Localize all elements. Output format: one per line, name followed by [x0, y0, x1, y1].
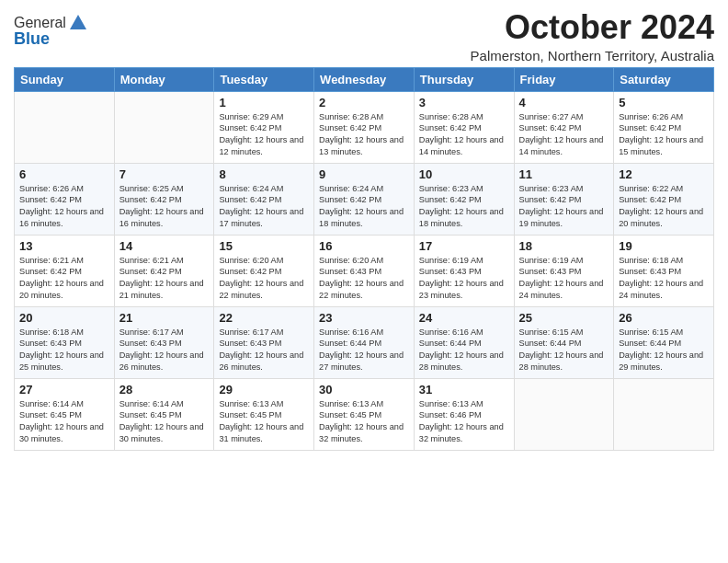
- sunrise-text: Sunrise: 6:24 AM: [319, 184, 383, 193]
- daylight-text: Daylight: 12 hours and 16 minutes.: [19, 207, 104, 228]
- sunrise-text: Sunrise: 6:15 AM: [619, 327, 683, 337]
- table-row: 15 Sunrise: 6:20 AM Sunset: 6:42 PM Dayl…: [214, 235, 314, 306]
- sunrise-text: Sunrise: 6:18 AM: [19, 327, 84, 337]
- sunset-text: Sunset: 6:42 PM: [219, 123, 281, 132]
- daylight-text: Daylight: 12 hours and 29 minutes.: [619, 350, 703, 372]
- sunset-text: Sunset: 6:42 PM: [219, 267, 281, 276]
- day-number: 26: [619, 311, 709, 325]
- day-number: 23: [319, 311, 409, 325]
- day-number: 29: [219, 383, 309, 396]
- day-number: 6: [19, 167, 109, 181]
- day-number: 22: [219, 311, 309, 325]
- daylight-text: Daylight: 12 hours and 22 minutes.: [319, 279, 404, 300]
- day-info: Sunrise: 6:25 AM Sunset: 6:42 PM Dayligh…: [119, 183, 210, 231]
- sunrise-text: Sunrise: 6:14 AM: [119, 399, 184, 408]
- sunset-text: Sunset: 6:42 PM: [19, 267, 82, 276]
- sunset-text: Sunset: 6:43 PM: [119, 339, 182, 348]
- table-row: 1 Sunrise: 6:29 AM Sunset: 6:42 PM Dayli…: [214, 91, 314, 163]
- day-info: Sunrise: 6:17 AM Sunset: 6:43 PM Dayligh…: [119, 327, 210, 374]
- sunrise-text: Sunrise: 6:26 AM: [19, 184, 84, 193]
- header-thursday: Thursday: [414, 67, 514, 91]
- day-info: Sunrise: 6:15 AM Sunset: 6:44 PM Dayligh…: [519, 327, 609, 374]
- day-number: 17: [419, 239, 509, 253]
- sunset-text: Sunset: 6:42 PM: [319, 195, 381, 204]
- svg-marker-0: [70, 15, 86, 29]
- sunrise-text: Sunrise: 6:21 AM: [19, 256, 84, 265]
- table-row: 8 Sunrise: 6:24 AM Sunset: 6:42 PM Dayli…: [214, 163, 314, 235]
- logo-icon: [68, 13, 88, 33]
- daylight-text: Daylight: 12 hours and 30 minutes.: [119, 422, 204, 443]
- day-number: 2: [319, 96, 409, 109]
- sunrise-text: Sunrise: 6:13 AM: [219, 399, 283, 408]
- day-info: Sunrise: 6:29 AM Sunset: 6:42 PM Dayligh…: [219, 111, 309, 159]
- daylight-text: Daylight: 12 hours and 19 minutes.: [519, 207, 604, 228]
- table-row: 18 Sunrise: 6:19 AM Sunset: 6:43 PM Dayl…: [514, 235, 614, 306]
- daylight-text: Daylight: 12 hours and 30 minutes.: [19, 422, 104, 443]
- day-info: Sunrise: 6:24 AM Sunset: 6:42 PM Dayligh…: [319, 183, 409, 231]
- table-row: 22 Sunrise: 6:17 AM Sunset: 6:43 PM Dayl…: [214, 306, 314, 378]
- day-number: 28: [119, 383, 210, 396]
- table-row: 23 Sunrise: 6:16 AM Sunset: 6:44 PM Dayl…: [314, 306, 415, 378]
- day-number: 3: [419, 96, 509, 109]
- day-number: 16: [319, 239, 409, 253]
- table-row: 19 Sunrise: 6:18 AM Sunset: 6:43 PM Dayl…: [614, 235, 714, 306]
- sunset-text: Sunset: 6:44 PM: [319, 339, 381, 348]
- day-number: 11: [519, 167, 609, 181]
- sunset-text: Sunset: 6:42 PM: [519, 123, 582, 132]
- day-number: 7: [119, 167, 210, 181]
- calendar-week-row: 1 Sunrise: 6:29 AM Sunset: 6:42 PM Dayli…: [15, 91, 714, 163]
- table-row: 14 Sunrise: 6:21 AM Sunset: 6:42 PM Dayl…: [114, 235, 214, 306]
- sunrise-text: Sunrise: 6:19 AM: [519, 256, 584, 265]
- sunset-text: Sunset: 6:42 PM: [619, 195, 681, 204]
- sunset-text: Sunset: 6:45 PM: [319, 410, 381, 419]
- day-number: 9: [319, 167, 409, 181]
- table-row: [114, 91, 214, 163]
- day-info: Sunrise: 6:23 AM Sunset: 6:42 PM Dayligh…: [519, 183, 609, 231]
- sunset-text: Sunset: 6:42 PM: [19, 195, 82, 204]
- sunrise-text: Sunrise: 6:25 AM: [119, 184, 184, 193]
- day-number: 24: [419, 311, 509, 325]
- day-info: Sunrise: 6:24 AM Sunset: 6:42 PM Dayligh…: [219, 183, 309, 231]
- table-row: 30 Sunrise: 6:13 AM Sunset: 6:45 PM Dayl…: [314, 378, 415, 450]
- daylight-text: Daylight: 12 hours and 27 minutes.: [319, 350, 404, 372]
- table-row: 10 Sunrise: 6:23 AM Sunset: 6:42 PM Dayl…: [414, 163, 514, 235]
- sunset-text: Sunset: 6:42 PM: [119, 195, 182, 204]
- day-info: Sunrise: 6:14 AM Sunset: 6:45 PM Dayligh…: [119, 398, 210, 446]
- day-info: Sunrise: 6:19 AM Sunset: 6:43 PM Dayligh…: [419, 255, 509, 303]
- sunset-text: Sunset: 6:42 PM: [219, 195, 281, 204]
- day-number: 5: [619, 96, 709, 109]
- day-info: Sunrise: 6:28 AM Sunset: 6:42 PM Dayligh…: [419, 111, 509, 159]
- day-info: Sunrise: 6:15 AM Sunset: 6:44 PM Dayligh…: [619, 327, 709, 374]
- sunset-text: Sunset: 6:42 PM: [519, 195, 582, 204]
- daylight-text: Daylight: 12 hours and 31 minutes.: [219, 422, 303, 443]
- day-info: Sunrise: 6:20 AM Sunset: 6:42 PM Dayligh…: [219, 255, 309, 303]
- sunrise-text: Sunrise: 6:21 AM: [119, 256, 184, 265]
- daylight-text: Daylight: 12 hours and 20 minutes.: [619, 207, 703, 228]
- day-number: 30: [319, 383, 409, 396]
- sunrise-text: Sunrise: 6:28 AM: [419, 112, 483, 121]
- calendar-week-row: 6 Sunrise: 6:26 AM Sunset: 6:42 PM Dayli…: [15, 163, 714, 235]
- day-number: 12: [619, 167, 709, 181]
- table-row: 28 Sunrise: 6:14 AM Sunset: 6:45 PM Dayl…: [114, 378, 214, 450]
- day-info: Sunrise: 6:26 AM Sunset: 6:42 PM Dayligh…: [619, 111, 709, 159]
- table-row: 7 Sunrise: 6:25 AM Sunset: 6:42 PM Dayli…: [114, 163, 214, 235]
- location-title: Palmerston, Northern Territory, Australi…: [471, 48, 714, 63]
- header-saturday: Saturday: [614, 67, 714, 91]
- sunrise-text: Sunrise: 6:13 AM: [319, 399, 383, 408]
- month-title: October 2024: [471, 9, 714, 46]
- day-info: Sunrise: 6:13 AM Sunset: 6:45 PM Dayligh…: [219, 398, 309, 446]
- table-row: 13 Sunrise: 6:21 AM Sunset: 6:42 PM Dayl…: [15, 235, 115, 306]
- day-info: Sunrise: 6:13 AM Sunset: 6:46 PM Dayligh…: [419, 398, 509, 446]
- daylight-text: Daylight: 12 hours and 18 minutes.: [319, 207, 404, 228]
- header-wednesday: Wednesday: [314, 67, 415, 91]
- daylight-text: Daylight: 12 hours and 14 minutes.: [419, 135, 504, 156]
- calendar-week-row: 13 Sunrise: 6:21 AM Sunset: 6:42 PM Dayl…: [15, 235, 714, 306]
- day-info: Sunrise: 6:23 AM Sunset: 6:42 PM Dayligh…: [419, 183, 509, 231]
- sunrise-text: Sunrise: 6:17 AM: [219, 327, 283, 337]
- daylight-text: Daylight: 12 hours and 28 minutes.: [419, 350, 504, 372]
- daylight-text: Daylight: 12 hours and 22 minutes.: [219, 279, 303, 300]
- calendar-table: Sunday Monday Tuesday Wednesday Thursday…: [14, 67, 714, 451]
- sunset-text: Sunset: 6:42 PM: [319, 123, 381, 132]
- sunset-text: Sunset: 6:43 PM: [419, 267, 482, 276]
- daylight-text: Daylight: 12 hours and 18 minutes.: [419, 207, 504, 228]
